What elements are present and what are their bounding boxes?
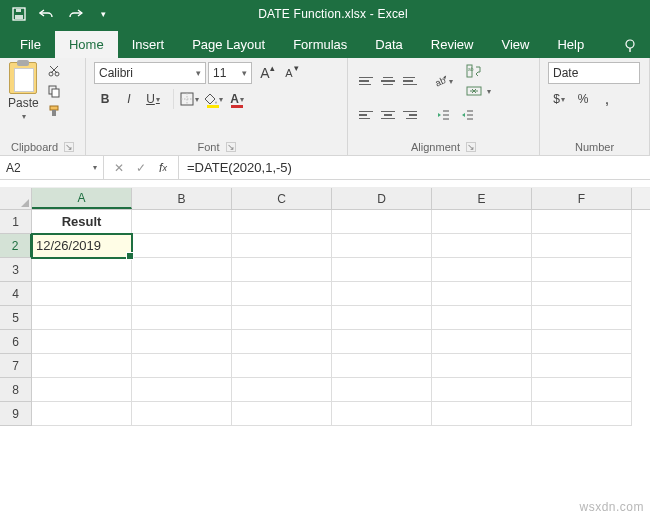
cell[interactable] xyxy=(232,306,332,330)
row-header-4[interactable]: 4 xyxy=(0,282,32,306)
cut-icon[interactable] xyxy=(43,62,65,80)
italic-button[interactable]: I xyxy=(118,88,140,110)
bold-button[interactable]: B xyxy=(94,88,116,110)
cell-c1[interactable] xyxy=(232,210,332,234)
col-header-d[interactable]: D xyxy=(332,188,432,209)
formula-input[interactable] xyxy=(179,156,650,179)
cell[interactable] xyxy=(532,282,632,306)
enter-icon[interactable]: ✓ xyxy=(132,159,150,177)
cell[interactable] xyxy=(532,306,632,330)
cell-a2[interactable]: 12/26/2019 xyxy=(32,234,132,258)
align-top-icon[interactable] xyxy=(356,71,376,91)
row-header-5[interactable]: 5 xyxy=(0,306,32,330)
cell[interactable] xyxy=(532,258,632,282)
row-header-7[interactable]: 7 xyxy=(0,354,32,378)
undo-icon[interactable] xyxy=(36,3,58,25)
cell-c2[interactable] xyxy=(232,234,332,258)
accounting-format-icon[interactable]: $▾ xyxy=(548,88,570,110)
format-painter-icon[interactable] xyxy=(43,102,65,120)
increase-font-icon[interactable]: A▴ xyxy=(254,62,276,84)
cell[interactable] xyxy=(132,330,232,354)
cell[interactable] xyxy=(532,354,632,378)
align-left-icon[interactable] xyxy=(356,105,376,125)
cell[interactable] xyxy=(32,378,132,402)
col-header-a[interactable]: A xyxy=(32,188,132,209)
cell[interactable] xyxy=(432,306,532,330)
cell[interactable] xyxy=(32,402,132,426)
tab-pagelayout[interactable]: Page Layout xyxy=(178,31,279,58)
orientation-icon[interactable]: ab▾ xyxy=(432,70,454,92)
fx-icon[interactable]: fx xyxy=(154,159,172,177)
tab-formulas[interactable]: Formulas xyxy=(279,31,361,58)
cell[interactable] xyxy=(432,354,532,378)
paste-button[interactable]: Paste ▾ xyxy=(8,62,39,121)
row-header-3[interactable]: 3 xyxy=(0,258,32,282)
increase-indent-icon[interactable] xyxy=(456,104,478,126)
cancel-icon[interactable]: ✕ xyxy=(110,159,128,177)
cell-f2[interactable] xyxy=(532,234,632,258)
comma-format-icon[interactable]: , xyxy=(596,88,618,110)
save-icon[interactable] xyxy=(8,3,30,25)
cell[interactable] xyxy=(132,282,232,306)
cell[interactable] xyxy=(132,354,232,378)
cell[interactable] xyxy=(32,282,132,306)
tell-me-icon[interactable] xyxy=(618,34,642,58)
cell[interactable] xyxy=(432,402,532,426)
redo-icon[interactable] xyxy=(64,3,86,25)
wrap-text-button[interactable]: ab xyxy=(464,62,493,80)
cell[interactable] xyxy=(32,354,132,378)
merge-center-button[interactable]: ▾ xyxy=(464,82,493,100)
row-header-8[interactable]: 8 xyxy=(0,378,32,402)
align-center-icon[interactable] xyxy=(378,105,398,125)
decrease-indent-icon[interactable] xyxy=(432,104,454,126)
cell[interactable] xyxy=(332,402,432,426)
tab-insert[interactable]: Insert xyxy=(118,31,179,58)
align-middle-icon[interactable] xyxy=(378,71,398,91)
cell-d2[interactable] xyxy=(332,234,432,258)
tab-file[interactable]: File xyxy=(6,31,55,58)
qat-customize-icon[interactable]: ▾ xyxy=(92,3,114,25)
cell[interactable] xyxy=(132,402,232,426)
percent-format-icon[interactable]: % xyxy=(572,88,594,110)
font-size-combo[interactable]: 11 ▾ xyxy=(208,62,252,84)
copy-icon[interactable] xyxy=(43,82,65,100)
cell[interactable] xyxy=(532,330,632,354)
cell[interactable] xyxy=(432,378,532,402)
row-header-9[interactable]: 9 xyxy=(0,402,32,426)
cell-d1[interactable] xyxy=(332,210,432,234)
cell[interactable] xyxy=(332,282,432,306)
col-header-c[interactable]: C xyxy=(232,188,332,209)
fill-color-icon[interactable]: ▾ xyxy=(202,88,224,110)
number-format-combo[interactable]: Date xyxy=(548,62,640,84)
tab-review[interactable]: Review xyxy=(417,31,488,58)
font-color-icon[interactable]: A▾ xyxy=(226,88,248,110)
select-all-corner[interactable] xyxy=(0,188,32,209)
col-header-b[interactable]: B xyxy=(132,188,232,209)
cell[interactable] xyxy=(32,258,132,282)
row-header-1[interactable]: 1 xyxy=(0,210,32,234)
cell[interactable] xyxy=(132,306,232,330)
font-name-combo[interactable]: Calibri ▾ xyxy=(94,62,206,84)
borders-icon[interactable]: ▾ xyxy=(178,88,200,110)
align-right-icon[interactable] xyxy=(400,105,420,125)
underline-button[interactable]: U▾ xyxy=(142,88,164,110)
cell-f1[interactable] xyxy=(532,210,632,234)
name-box[interactable]: A2 ▾ xyxy=(0,156,104,179)
cell[interactable] xyxy=(232,354,332,378)
cell[interactable] xyxy=(432,330,532,354)
cell[interactable] xyxy=(532,378,632,402)
cell[interactable] xyxy=(432,258,532,282)
cell[interactable] xyxy=(332,258,432,282)
alignment-launcher-icon[interactable]: ↘ xyxy=(466,142,476,152)
cell-b2[interactable] xyxy=(132,234,232,258)
cell[interactable] xyxy=(32,330,132,354)
cell[interactable] xyxy=(532,402,632,426)
cell-e1[interactable] xyxy=(432,210,532,234)
cell[interactable] xyxy=(132,378,232,402)
tab-data[interactable]: Data xyxy=(361,31,416,58)
col-header-f[interactable]: F xyxy=(532,188,632,209)
cell[interactable] xyxy=(332,378,432,402)
cell-e2[interactable] xyxy=(432,234,532,258)
cell[interactable] xyxy=(232,258,332,282)
cell[interactable] xyxy=(132,258,232,282)
